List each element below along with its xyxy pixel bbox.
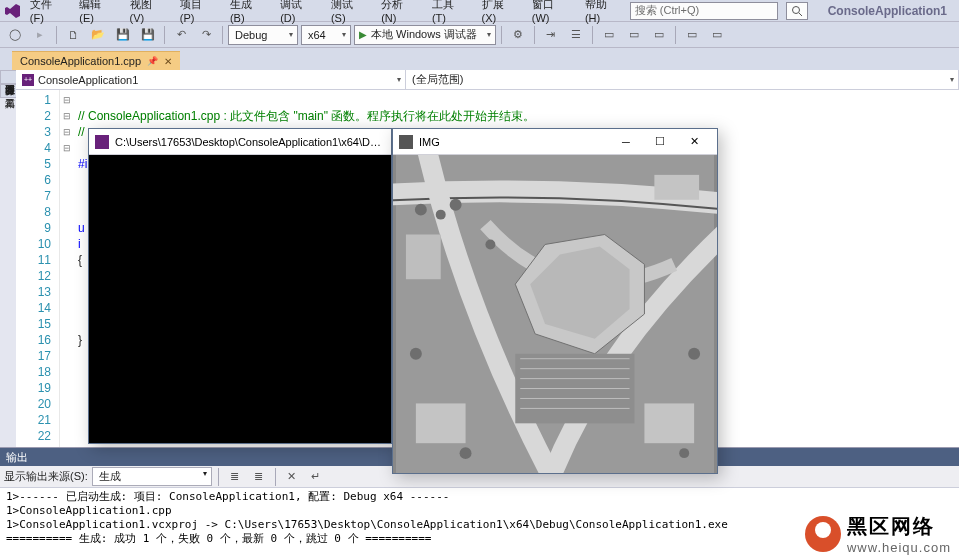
svg-point-22: [679, 448, 689, 458]
svg-point-20: [688, 348, 700, 360]
code-line: u: [78, 221, 85, 235]
menu-view[interactable]: 视图(V): [124, 0, 172, 26]
run-label: 本地 Windows 调试器: [371, 27, 477, 42]
tool-icon-5[interactable]: ▭: [623, 24, 645, 46]
svg-line-1: [799, 13, 802, 16]
pin-icon[interactable]: 📌: [147, 56, 158, 66]
svg-point-17: [436, 210, 446, 220]
code-line: i: [78, 237, 81, 251]
save-all-icon[interactable]: 💾: [137, 24, 159, 46]
tool-icon-6[interactable]: ▭: [648, 24, 670, 46]
fold-column[interactable]: ⊟ ⊟ ⊟ ⊟: [60, 90, 74, 447]
quick-search-input[interactable]: 搜索 (Ctrl+Q): [630, 2, 778, 20]
maximize-button[interactable]: ☐: [643, 131, 677, 153]
image-window[interactable]: IMG ─ ☐ ✕: [392, 128, 718, 474]
watermark-main: 黑区网络: [847, 513, 951, 540]
document-tab-strip: ConsoleApplication1.cpp 📌 ✕: [0, 48, 959, 70]
nav-project-combo[interactable]: ++ ConsoleApplication1: [16, 70, 406, 89]
separator: [218, 468, 219, 486]
app-title: ConsoleApplication1: [820, 4, 955, 18]
menu-help[interactable]: 帮助(H): [579, 0, 628, 26]
main-toolbar: ◯ ▸ 🗋 📂 💾 💾 ↶ ↷ Debug x64 ▶ 本地 Windows 调…: [0, 22, 959, 48]
separator: [164, 26, 165, 44]
tool-icon-4[interactable]: ▭: [598, 24, 620, 46]
menu-build[interactable]: 生成(B): [224, 0, 272, 26]
output-wrap-icon[interactable]: ↵: [306, 468, 326, 486]
svg-point-16: [415, 204, 427, 216]
separator: [222, 26, 223, 44]
vs-logo-icon: [4, 2, 22, 20]
svg-point-19: [485, 239, 495, 249]
tool-icon-2[interactable]: ⇥: [540, 24, 562, 46]
aerial-image: [393, 155, 717, 473]
nav-mid-text: (全局范围): [412, 72, 463, 87]
redo-icon[interactable]: ↷: [195, 24, 217, 46]
code-line: //: [78, 125, 85, 139]
image-title-text: IMG: [419, 136, 603, 148]
watermark-logo-icon: [805, 516, 841, 552]
line-number-gutter: 1234567891011121314151617181920212223242…: [16, 90, 60, 447]
minimize-button[interactable]: ─: [609, 131, 643, 153]
watermark-sub: www.heiqu.com: [847, 540, 951, 555]
tab-title: ConsoleApplication1.cpp: [20, 55, 141, 67]
menu-window[interactable]: 窗口(W): [526, 0, 577, 26]
svg-rect-12: [416, 403, 466, 443]
console-window[interactable]: C:\Users\17653\Desktop\ConsoleApplicatio…: [88, 128, 392, 444]
tool-icon-3[interactable]: ☰: [565, 24, 587, 46]
menubar: 文件(F) 编辑(E) 视图(V) 项目(P) 生成(B) 调试(D) 测试(S…: [0, 0, 959, 22]
svg-point-18: [450, 199, 462, 211]
menu-tools[interactable]: 工具(T): [426, 0, 474, 26]
image-titlebar[interactable]: IMG ─ ☐ ✕: [393, 129, 717, 155]
menu-analyze[interactable]: 分析(N): [375, 0, 424, 26]
output-btn-2[interactable]: ≣: [249, 468, 269, 486]
svg-point-21: [410, 348, 422, 360]
watermark: 黑区网络 www.heiqu.com: [805, 513, 951, 555]
svg-point-23: [460, 447, 472, 459]
separator: [56, 26, 57, 44]
svg-rect-15: [406, 235, 441, 280]
code-line: {: [78, 253, 82, 267]
start-debug-button[interactable]: ▶ 本地 Windows 调试器: [354, 25, 496, 45]
close-icon[interactable]: ✕: [164, 56, 172, 67]
new-file-icon[interactable]: 🗋: [62, 24, 84, 46]
output-clear-icon[interactable]: ✕: [282, 468, 302, 486]
open-icon[interactable]: 📂: [87, 24, 109, 46]
platform-combo[interactable]: x64: [301, 25, 351, 45]
menu-project[interactable]: 项目(P): [174, 0, 222, 26]
separator: [592, 26, 593, 44]
window-buttons: ─ ☐ ✕: [609, 131, 711, 153]
output-btn-1[interactable]: ≣: [225, 468, 245, 486]
output-source-label: 显示输出来源(S):: [4, 469, 88, 484]
code-line: // ConsoleApplication1.cpp : 此文件包含 "main…: [78, 109, 535, 123]
menu-extensions[interactable]: 扩展(X): [476, 0, 524, 26]
separator: [275, 468, 276, 486]
menu-debug[interactable]: 调试(D): [274, 0, 323, 26]
play-icon: ▶: [359, 29, 367, 40]
separator: [534, 26, 535, 44]
nav-back-icon[interactable]: ◯: [4, 24, 26, 46]
sidebar-tool-tabs: 服务器资源管理器 工具箱: [0, 70, 16, 98]
config-combo[interactable]: Debug: [228, 25, 298, 45]
save-icon[interactable]: 💾: [112, 24, 134, 46]
image-body: [393, 155, 717, 473]
svg-rect-13: [644, 403, 694, 443]
console-titlebar[interactable]: C:\Users\17653\Desktop\ConsoleApplicatio…: [89, 129, 391, 155]
nav-fwd-icon[interactable]: ▸: [29, 24, 51, 46]
close-button[interactable]: ✕: [677, 131, 711, 153]
code-line: }: [78, 333, 82, 347]
tool-icon-1[interactable]: ⚙: [507, 24, 529, 46]
menu-test[interactable]: 测试(S): [325, 0, 373, 26]
console-body[interactable]: [89, 155, 391, 443]
app-icon: [399, 135, 413, 149]
menu-edit[interactable]: 编辑(E): [73, 0, 121, 26]
navigation-bar: ++ ConsoleApplication1 (全局范围): [16, 70, 959, 90]
output-source-combo[interactable]: 生成: [92, 467, 212, 486]
svg-point-0: [792, 6, 799, 13]
tool-icon-8[interactable]: ▭: [706, 24, 728, 46]
nav-scope-combo[interactable]: (全局范围): [406, 70, 959, 89]
menu-file[interactable]: 文件(F): [24, 0, 72, 26]
tool-icon-7[interactable]: ▭: [681, 24, 703, 46]
search-icon[interactable]: [786, 2, 808, 20]
undo-icon[interactable]: ↶: [170, 24, 192, 46]
document-tab[interactable]: ConsoleApplication1.cpp 📌 ✕: [12, 51, 180, 70]
